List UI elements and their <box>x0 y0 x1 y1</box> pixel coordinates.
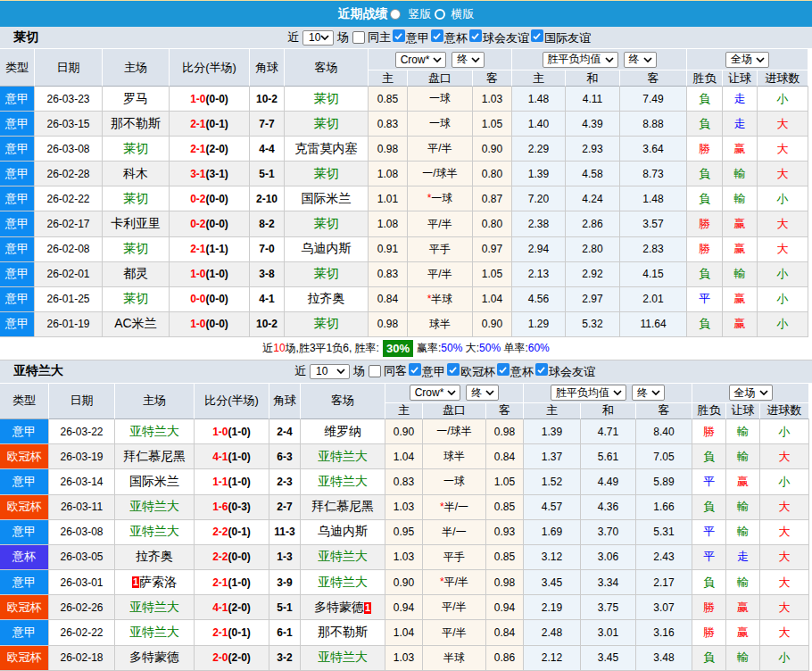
team-name[interactable]: 那不勒斯 <box>318 625 368 639</box>
away-team-cell[interactable]: 亚特兰大 <box>301 545 385 570</box>
team-name[interactable]: 莱切 <box>123 141 148 155</box>
away-team-cell[interactable]: 莱切 <box>285 262 369 287</box>
score-cell[interactable]: 2-1(0-1) <box>195 620 269 645</box>
score-cell[interactable]: 2-0(2-0) <box>195 646 269 671</box>
vertical-layout-radio[interactable] <box>390 9 401 20</box>
score-cell[interactable]: 4-1(2-0) <box>195 595 269 620</box>
team-name[interactable]: 亚特兰大 <box>318 449 368 463</box>
team-name[interactable]: 莱切 <box>123 291 148 305</box>
team-name[interactable]: AC米兰 <box>114 316 156 330</box>
away-team-cell[interactable]: 拉齐奥 <box>285 287 369 312</box>
score-cell[interactable]: 2-1(1-0) <box>195 570 269 595</box>
team-name[interactable]: 莱切 <box>314 216 339 230</box>
team-name[interactable]: 莱切 <box>314 166 339 180</box>
same-venue-checkbox[interactable] <box>352 31 365 44</box>
league-filter-checkbox[interactable] <box>431 29 443 42</box>
away-team-cell[interactable]: 乌迪内斯 <box>285 237 369 262</box>
europe-period-select[interactable]: 终 <box>624 52 657 68</box>
team-name[interactable]: 拉齐奥 <box>308 291 345 305</box>
away-team-cell[interactable]: 国际米兰 <box>285 186 369 211</box>
score-cell[interactable]: 1-0(1-0) <box>195 419 269 444</box>
score-cell[interactable]: 2-1(1-1) <box>170 237 250 262</box>
home-team-cell[interactable]: 莱切 <box>103 137 170 162</box>
team-name[interactable]: 亚特兰大 <box>129 625 179 639</box>
home-team-cell[interactable]: 亚特兰大 <box>115 495 195 520</box>
away-team-cell[interactable]: 莱切 <box>285 312 369 337</box>
away-team-cell[interactable]: 亚特兰大 <box>301 570 385 595</box>
team-name[interactable]: 都灵 <box>123 266 148 280</box>
score-cell[interactable]: 1-0(0-0) <box>170 312 250 337</box>
team-name[interactable]: 亚特兰大 <box>318 650 368 664</box>
league-filter-checkbox[interactable] <box>409 363 421 376</box>
team-name[interactable]: 莱切 <box>314 266 339 280</box>
home-team-cell[interactable]: AC米兰 <box>103 312 170 337</box>
league-filter-checkbox[interactable] <box>535 363 548 376</box>
horizontal-layout-radio[interactable] <box>435 9 445 20</box>
scope-select[interactable]: 全场 <box>725 52 769 68</box>
team-name[interactable]: 亚特兰大 <box>318 474 368 488</box>
team-name[interactable]: 乌迪内斯 <box>302 241 352 255</box>
away-team-cell[interactable]: 那不勒斯 <box>301 620 385 645</box>
home-team-cell[interactable]: 亚特兰大 <box>115 620 195 645</box>
league-filter-checkbox[interactable] <box>393 29 405 42</box>
away-team-cell[interactable]: 莱切 <box>285 162 369 186</box>
team-name[interactable]: 萨索洛 <box>139 575 177 589</box>
europe-source-select[interactable]: 胜平负均值 <box>543 52 618 68</box>
score-cell[interactable]: 1-6(0-3) <box>195 495 269 520</box>
score-cell[interactable]: 2-1(2-0) <box>170 137 250 162</box>
team-name[interactable]: 科木 <box>123 166 148 180</box>
score-cell[interactable]: 1-0(0-0) <box>170 87 250 112</box>
score-cell[interactable]: 3-1(3-1) <box>170 162 250 186</box>
away-team-cell[interactable]: 亚特兰大 <box>301 444 385 469</box>
match-count-select[interactable]: 10 <box>302 30 334 46</box>
home-team-cell[interactable]: 莱切 <box>103 287 170 312</box>
team-name[interactable]: 那不勒斯 <box>111 116 161 130</box>
team-name[interactable]: 克雷莫内塞 <box>295 141 358 155</box>
score-cell[interactable]: 0-2(0-0) <box>170 211 250 236</box>
bookmaker-select[interactable]: Crow* <box>395 52 447 68</box>
away-team-cell[interactable]: 拜仁慕尼黑 <box>301 495 385 520</box>
team-name[interactable]: 莱切 <box>123 191 148 205</box>
home-team-cell[interactable]: 亚特兰大 <box>115 419 195 444</box>
team-name[interactable]: 国际米兰 <box>302 191 352 205</box>
team-name[interactable]: 莱切 <box>123 241 148 255</box>
league-filter-checkbox[interactable] <box>497 363 510 376</box>
team-name[interactable]: 拉齐奥 <box>136 549 173 563</box>
team-name[interactable]: 多特蒙德 <box>314 600 364 614</box>
team-name[interactable]: 拜仁慕尼黑 <box>311 499 374 513</box>
home-team-cell[interactable]: 那不勒斯 <box>103 112 170 137</box>
league-filter-checkbox[interactable] <box>531 29 543 42</box>
team-name[interactable]: 亚特兰大 <box>129 499 179 513</box>
league-filter-checkbox[interactable] <box>469 29 482 42</box>
away-team-cell[interactable]: 多特蒙德1 <box>301 595 385 620</box>
score-cell[interactable]: 4-1(1-0) <box>195 444 269 469</box>
home-team-cell[interactable]: 国际米兰 <box>115 469 195 494</box>
scope-select[interactable]: 全场 <box>729 385 773 401</box>
away-team-cell[interactable]: 克雷莫内塞 <box>285 137 369 162</box>
team-name[interactable]: 亚特兰大 <box>318 575 368 589</box>
ah-period-select[interactable]: 终 <box>452 52 485 68</box>
team-name[interactable]: 拜仁慕尼黑 <box>123 449 186 463</box>
score-cell[interactable]: 0-0(0-0) <box>170 287 250 312</box>
bookmaker-select[interactable]: Crow* <box>410 385 461 401</box>
team-name[interactable]: 亚特兰大 <box>318 549 368 563</box>
home-team-cell[interactable]: 莱切 <box>103 237 170 262</box>
home-team-cell[interactable]: 都灵 <box>103 262 170 287</box>
ah-period-select[interactable]: 终 <box>466 385 499 401</box>
score-cell[interactable]: 1-0(1-0) <box>170 262 250 287</box>
score-cell[interactable]: 2-2(0-0) <box>195 545 269 570</box>
team-name[interactable]: 卡利亚里 <box>111 216 161 230</box>
team-name[interactable]: 罗马 <box>123 91 148 105</box>
home-team-cell[interactable]: 罗马 <box>103 87 170 112</box>
home-team-cell[interactable]: 卡利亚里 <box>103 211 170 236</box>
home-team-cell[interactable]: 亚特兰大 <box>115 520 195 545</box>
home-team-cell[interactable]: 亚特兰大 <box>115 595 195 620</box>
away-team-cell[interactable]: 乌迪内斯 <box>301 520 385 545</box>
team-name[interactable]: 亚特兰大 <box>129 424 179 438</box>
home-team-cell[interactable]: 拜仁慕尼黑 <box>115 444 195 469</box>
team-name[interactable]: 莱切 <box>314 91 339 105</box>
home-team-cell[interactable]: 1萨索洛 <box>115 570 195 595</box>
team-name[interactable]: 亚特兰大 <box>129 524 179 538</box>
away-team-cell[interactable]: 莱切 <box>285 87 369 112</box>
home-team-cell[interactable]: 莱切 <box>103 186 170 211</box>
